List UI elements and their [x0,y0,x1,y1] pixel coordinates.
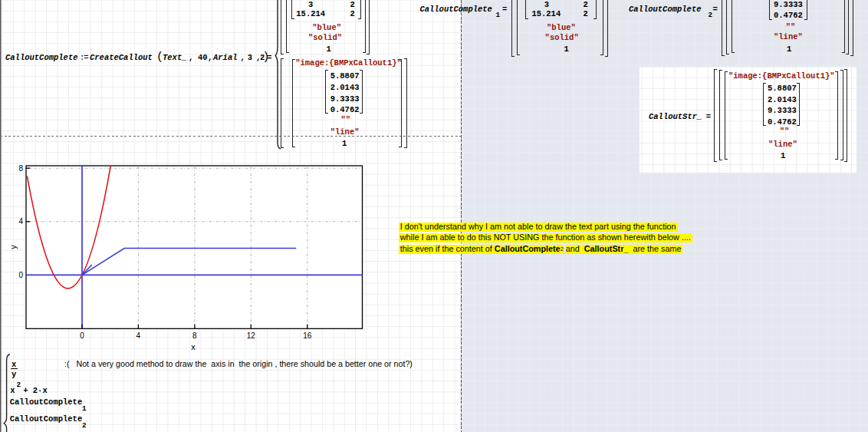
svg-text:8: 8 [192,331,197,340]
svg-text:0: 0 [80,331,84,340]
svg-text:x: x [191,342,196,351]
svg-text:y: y [8,245,18,249]
svg-text:8: 8 [18,164,23,173]
svg-text:0: 0 [18,271,23,279]
svg-text:12: 12 [247,331,256,340]
svg-text:16: 16 [303,331,312,340]
svg-text:4: 4 [18,217,23,226]
svg-text:4: 4 [136,331,141,340]
